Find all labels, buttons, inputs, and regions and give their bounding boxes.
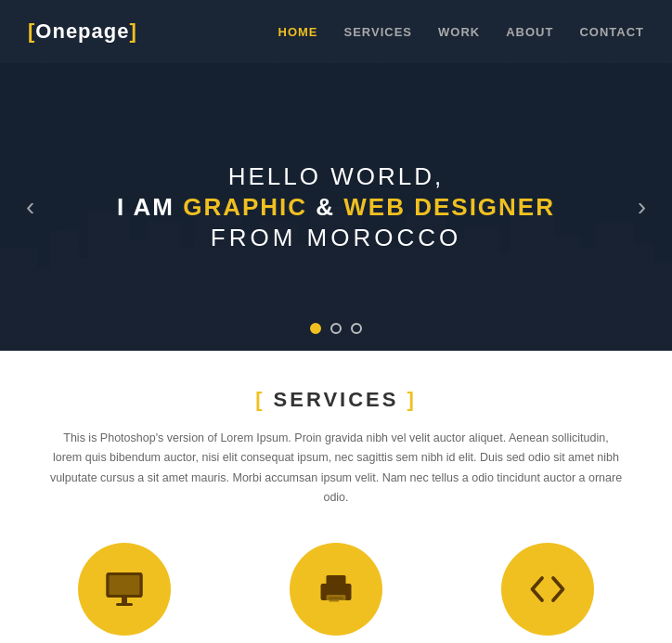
service-icon-print-circle [290,543,382,636]
hero-prev-button[interactable]: ‹ [17,183,44,231]
svg-rect-29 [110,575,140,595]
hero-dot-2[interactable] [330,323,342,334]
hero-dots [310,323,362,334]
hero-next-button[interactable]: › [628,183,655,231]
svg-rect-35 [330,598,343,599]
services-bracket-close: ] [407,388,417,411]
services-description: This is Photoshop's version of Lorem Ips… [48,429,624,508]
svg-rect-1 [0,249,37,351]
hero-line2-pre: I AM [117,193,183,221]
nav-item-contact[interactable]: CONTACT [579,23,644,40]
nav-link-contact[interactable]: CONTACT [579,25,644,39]
services-title: [ SERVICES ] [28,388,644,412]
hero-section: ‹ HELLO WORLD, I AM GRAPHIC & WEB DESIGN… [0,63,672,351]
nav-links: HOME SERVICES WORK ABOUT CONTACT [278,23,645,40]
nav-link-home[interactable]: HOME [278,25,318,39]
service-icon-webdev-circle [501,543,594,636]
logo: [Onepage] [28,19,137,44]
logo-bracket-close: ] [129,19,136,43]
logo-text: Onepage [35,19,129,43]
services-section: [ SERVICES ] This is Photoshop's version… [0,351,672,643]
nav-item-home[interactable]: HOME [278,23,318,40]
svg-rect-25 [649,263,672,351]
service-icon-webdesign-circle [78,543,171,636]
navbar: [Onepage] HOME SERVICES WORK ABOUT CONTA… [0,0,672,63]
nav-link-about[interactable]: ABOUT [506,25,553,39]
service-item-webdev: WEB DEVELOPEMENT This is Photoshop's ver… [455,543,640,643]
print-icon [314,567,358,611]
hero-content: HELLO WORLD, I AM GRAPHIC & WEB DESIGNER… [117,162,555,252]
svg-rect-23 [597,223,634,351]
svg-rect-34 [327,595,346,605]
services-title-text: SERVICES [265,388,407,411]
nav-item-about[interactable]: ABOUT [506,23,553,40]
svg-rect-33 [327,575,346,586]
service-item-webdesign: WEBDESIGN This is Photoshop's version of… [32,543,217,643]
svg-rect-36 [330,600,340,602]
nav-link-work[interactable]: WORK [438,25,480,39]
code-icon [525,567,570,611]
hero-line1: HELLO WORLD, [117,162,555,191]
svg-rect-30 [122,598,127,603]
services-bracket-open: [ [255,388,265,411]
hero-line2-webdesigner: WEB DESIGNER [343,193,555,221]
services-grid: WEBDESIGN This is Photoshop's version of… [28,543,644,643]
hero-line3: FROM MOROCCO [117,224,555,252]
service-item-print: PRINT DESIGN This is Photoshop's version… [243,543,429,643]
svg-rect-31 [116,603,133,606]
hero-line2-graphic: GRAPHIC [183,193,307,221]
hero-line2: I AM GRAPHIC & WEB DESIGNER [117,193,555,222]
hero-dot-1[interactable] [310,323,321,334]
hero-dot-3[interactable] [351,323,362,334]
nav-item-services[interactable]: SERVICES [344,23,413,40]
nav-link-services[interactable]: SERVICES [344,25,413,39]
hero-line2-amp: & [307,193,343,221]
nav-item-work[interactable]: WORK [438,23,480,40]
monitor-icon [102,567,147,611]
